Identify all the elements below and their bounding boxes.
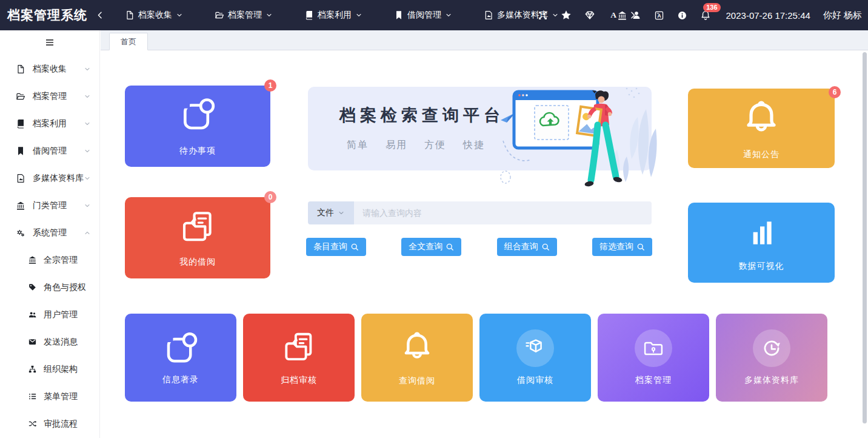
combo-query-button[interactable]: 组合查询	[497, 238, 557, 256]
folder-open-icon	[215, 10, 224, 20]
entry-query-button[interactable]: 条目查询	[306, 238, 366, 256]
file-icon	[125, 10, 135, 20]
notification-count-badge: 136	[703, 3, 720, 12]
folder-document-icon	[280, 329, 318, 367]
chevron-down-icon	[84, 202, 91, 209]
chevron-down-icon	[84, 66, 91, 73]
banner-title: 档案检索查询平台	[339, 104, 504, 126]
sidebar-item-category-manage[interactable]: 门类管理	[0, 192, 99, 219]
sidebar-subitem-user-manage[interactable]: 用户管理	[0, 301, 99, 328]
bell-icon	[739, 97, 784, 142]
sidebar-item-borrow-manage[interactable]: 借阅管理	[0, 137, 99, 164]
my-borrow-card[interactable]: 我的借阅 0	[125, 197, 270, 278]
topnav-item-archive-use[interactable]: 档案利用	[304, 10, 362, 21]
top-navbar: 档案管理系统 档案收集 档案管理 档案利用 借阅管理	[0, 0, 868, 30]
app-title: 档案管理系统	[7, 7, 87, 24]
shortcut-archive-review[interactable]: 归档审核	[243, 314, 355, 402]
folder-open-icon	[16, 92, 25, 101]
sidebar-item-multimedia[interactable]: 多媒体资料库	[0, 164, 99, 192]
data-visualization-card[interactable]: 数据可视化	[688, 203, 835, 283]
filter-query-button[interactable]: 筛选查询	[592, 238, 652, 256]
icon-circle	[635, 329, 672, 367]
font-size-button[interactable]	[608, 10, 619, 21]
search-bar: 文件	[308, 201, 652, 224]
sidebar-subitem-send-message[interactable]: 发送消息	[0, 328, 99, 355]
users-icon	[28, 310, 37, 319]
vertical-scrollbar[interactable]	[863, 52, 867, 423]
sidebar-menu: 档案收集 档案管理 档案利用 借阅管理 多媒体资料库	[0, 55, 99, 437]
media-file-icon	[484, 10, 493, 20]
hamburger-icon	[44, 37, 55, 48]
user-icon	[632, 10, 641, 20]
sitemap-icon	[28, 365, 37, 374]
search-platform-banner: 档案检索查询平台 简单 易用 方便 快捷	[308, 87, 652, 170]
sidebar-item-archive-manage[interactable]: 档案管理	[0, 83, 99, 110]
list-icon	[28, 392, 37, 401]
chevron-down-icon	[265, 12, 273, 19]
info-icon	[677, 10, 687, 21]
my-borrow-badge: 0	[264, 191, 276, 203]
folder-document-icon	[178, 208, 218, 248]
shortcut-archive-manage[interactable]: 档案管理	[598, 314, 709, 402]
favorite-button[interactable]	[561, 10, 572, 21]
notice-card[interactable]: 通知公告 6	[688, 89, 835, 168]
chevron-down-icon	[84, 147, 91, 155]
datetime-label: 2023-07-26 17:25:44	[726, 10, 810, 21]
todo-icon	[179, 96, 216, 133]
nav-collapse-button[interactable]	[96, 11, 104, 19]
history-clock-icon	[758, 334, 786, 362]
sidebar-item-system-manage[interactable]: 系统管理	[0, 219, 99, 246]
search-category-select[interactable]: 文件	[308, 201, 354, 224]
cube-list-icon	[521, 334, 549, 362]
sidebar-subitem-fonds-manage[interactable]: 全宗管理	[0, 246, 99, 274]
gem-icon	[584, 10, 595, 21]
chevron-down-icon	[84, 120, 91, 127]
chevron-down-icon	[84, 175, 91, 182]
query-buttons: 条目查询 全文查询 组合查询 筛选查询	[306, 238, 652, 256]
topnav-item-archive-collect[interactable]: 档案收集	[125, 10, 183, 21]
sidebar-subitem-roles-auth[interactable]: 角色与授权	[0, 274, 99, 301]
main-content: 待办事项 1 通知公告 6 我的借阅 0 数据可视化 档案检索查询平台 简单 易…	[101, 50, 868, 438]
star-icon	[561, 10, 572, 21]
fulltext-query-button[interactable]: 全文查询	[401, 238, 461, 256]
profile-button[interactable]	[632, 10, 641, 20]
tag-icon	[28, 283, 37, 292]
fullscreen-button[interactable]	[538, 10, 548, 21]
about-button[interactable]	[677, 10, 687, 21]
font-size-icon	[608, 10, 619, 21]
search-icon	[636, 243, 645, 251]
sidebar-item-archive-collect[interactable]: 档案收集	[0, 55, 99, 83]
topnav-item-borrow-manage[interactable]: 借阅管理	[394, 10, 452, 21]
sidebar: 档案收集 档案管理 档案利用 借阅管理 多媒体资料库	[0, 30, 100, 438]
book-icon	[304, 10, 314, 20]
search-input[interactable]	[354, 201, 652, 224]
topnav-item-archive-manage[interactable]: 档案管理	[215, 10, 273, 21]
bar-chart-icon	[742, 214, 781, 252]
theme-button[interactable]	[584, 10, 595, 21]
bank-icon	[16, 201, 25, 211]
sidebar-subitem-menu-manage[interactable]: 菜单管理	[0, 383, 99, 410]
notifications-button[interactable]: 136	[700, 10, 711, 21]
todo-icon	[162, 330, 199, 366]
shortcut-borrow-review[interactable]: 借阅审核	[479, 314, 591, 402]
sidebar-subitem-approval-flow[interactable]: 审批流程	[0, 410, 99, 437]
search-icon	[446, 243, 454, 251]
bookmark-icon	[394, 10, 404, 20]
notice-badge: 6	[829, 86, 841, 98]
sidebar-toggle-button[interactable]	[0, 30, 99, 55]
shortcut-multimedia-library[interactable]: 多媒体资料库	[716, 314, 827, 402]
tab-home[interactable]: 首页	[109, 33, 148, 50]
language-button[interactable]	[654, 10, 664, 21]
sidebar-subitem-org-structure[interactable]: 组织架构	[0, 355, 99, 383]
chevron-down-icon	[445, 12, 452, 19]
bell-icon	[398, 329, 436, 368]
shortcut-info-entry[interactable]: 信息著录	[125, 314, 236, 402]
sidebar-item-archive-use[interactable]: 档案利用	[0, 110, 99, 137]
icon-circle	[516, 329, 554, 367]
user-greeting: 你好 杨标	[823, 10, 862, 21]
chevron-down-icon	[176, 12, 183, 19]
todo-card[interactable]: 待办事项 1	[125, 86, 270, 167]
search-icon	[350, 243, 359, 251]
shortcut-query-borrow[interactable]: 查询借阅	[361, 314, 473, 402]
icon-circle	[753, 329, 790, 367]
